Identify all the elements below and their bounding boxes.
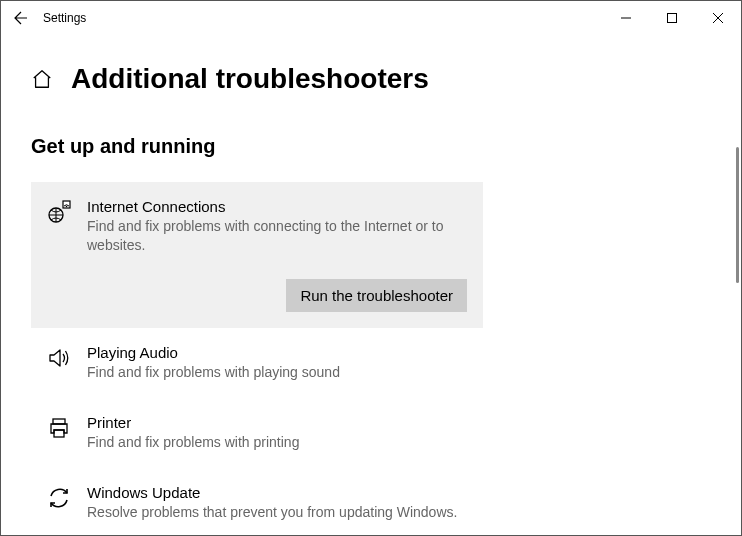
app-title: Settings	[41, 11, 86, 25]
troubleshooter-printer[interactable]: Printer Find and fix problems with print…	[31, 398, 483, 468]
maximize-button[interactable]	[649, 1, 695, 35]
maximize-icon	[667, 13, 677, 23]
svg-point-3	[66, 206, 68, 208]
page-content: Additional troubleshooters Get up and ru…	[1, 35, 741, 536]
printer-icon	[47, 416, 71, 440]
globe-wifi-icon	[47, 200, 71, 224]
troubleshooter-title: Printer	[87, 414, 467, 431]
scrollbar-thumb[interactable]	[736, 147, 739, 283]
titlebar: Settings	[1, 1, 741, 35]
window-controls	[603, 1, 741, 35]
close-icon	[713, 13, 723, 23]
troubleshooter-list: Internet Connections Find and fix proble…	[31, 182, 483, 536]
back-button[interactable]	[1, 1, 41, 35]
section-title: Get up and running	[31, 135, 711, 158]
troubleshooter-desc: Resolve problems that prevent you from u…	[87, 503, 467, 522]
troubleshooter-text: Internet Connections Find and fix proble…	[87, 198, 467, 255]
speaker-icon	[47, 346, 71, 370]
troubleshooter-title: Windows Update	[87, 484, 467, 501]
troubleshooter-desc: Find and fix problems with printing	[87, 433, 467, 452]
troubleshooter-text: Printer Find and fix problems with print…	[87, 414, 467, 452]
home-icon[interactable]	[31, 68, 53, 90]
minimize-button[interactable]	[603, 1, 649, 35]
svg-rect-5	[54, 430, 64, 437]
troubleshooter-internet-connections[interactable]: Internet Connections Find and fix proble…	[31, 182, 483, 328]
minimize-icon	[621, 13, 631, 23]
troubleshooter-text: Playing Audio Find and fix problems with…	[87, 344, 467, 382]
svg-rect-4	[53, 419, 65, 424]
page-title: Additional troubleshooters	[71, 63, 429, 95]
run-row: Run the troubleshooter	[47, 279, 467, 312]
troubleshooter-title: Playing Audio	[87, 344, 467, 361]
page-header: Additional troubleshooters	[31, 63, 711, 95]
troubleshooter-desc: Find and fix problems with playing sound	[87, 363, 467, 382]
arrow-left-icon	[13, 10, 29, 26]
troubleshooter-playing-audio[interactable]: Playing Audio Find and fix problems with…	[31, 328, 483, 398]
sync-icon	[47, 486, 71, 510]
svg-rect-0	[668, 14, 677, 23]
troubleshooter-desc: Find and fix problems with connecting to…	[87, 217, 467, 255]
close-button[interactable]	[695, 1, 741, 35]
run-troubleshooter-button[interactable]: Run the troubleshooter	[286, 279, 467, 312]
troubleshooter-title: Internet Connections	[87, 198, 467, 215]
troubleshooter-text: Windows Update Resolve problems that pre…	[87, 484, 467, 522]
troubleshooter-windows-update[interactable]: Windows Update Resolve problems that pre…	[31, 468, 483, 536]
